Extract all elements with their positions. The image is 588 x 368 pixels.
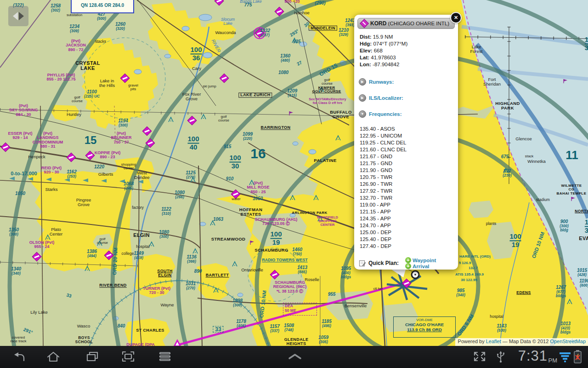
popup-tail: [389, 268, 407, 278]
quick-plan-label: Quick Plan:: [368, 260, 399, 266]
collapse-icon: ▼: [359, 110, 366, 118]
popup-header: KORD (CHICAGO OHARE INTL): [357, 18, 455, 29]
action-label: Waypoint: [413, 258, 436, 263]
vor-type: VOR-DME: [394, 318, 455, 322]
action-label: Arrival: [413, 264, 429, 269]
section-toggle-runways[interactable]: ▶Runways:: [359, 78, 394, 86]
airport-symbol[interactable]: [67, 153, 76, 162]
quick-plan-bar: Quick Plan: +Waypoint+Arrival: [359, 257, 436, 269]
dea-line1: DEA: [285, 304, 315, 308]
vor-name: CHICAGO O'HARE: [394, 322, 455, 327]
airport-symbol[interactable]: [220, 74, 229, 83]
frequency-row: 125.40 - DEP: [360, 236, 407, 243]
usb-icon: [493, 350, 508, 364]
frequency-row: 124.70 - APP: [360, 223, 407, 230]
menu-button[interactable]: [158, 350, 172, 364]
clock-meridiem: PM: [548, 357, 558, 364]
vor-info-box: VOR-DME CHICAGO O'HARE 113.9 Ch 86 ORD: [393, 316, 456, 338]
expand-notifications-chevron[interactable]: [286, 350, 304, 364]
attribution-middle: — Map Data © 2012: [503, 339, 548, 344]
recent-apps-button[interactable]: [85, 350, 100, 364]
leaflet-link[interactable]: Leaflet: [486, 339, 501, 344]
airport-symbol[interactable]: [1, 143, 10, 152]
wifi-signal-icon: [560, 351, 571, 362]
frequency-row: 122.95 - UNICOM: [360, 133, 407, 140]
attribution-text: Powered by: [458, 339, 485, 344]
notepad-icon: [359, 259, 366, 267]
chevron-left-icon: [13, 12, 18, 20]
frequency-row: 127.40 - DEP: [360, 243, 407, 250]
section-label: ILS/Localizer:: [369, 95, 403, 101]
airport-info-list: Dist: 15.9 NMHdg: 074°T (077°M)Elev: 668…: [360, 34, 407, 69]
frequency-row: 126.90 - TWR: [360, 181, 407, 188]
screenshot-button[interactable]: [121, 350, 136, 364]
airport-symbol[interactable]: [254, 28, 265, 39]
frequency-row: 132.70 - TWR: [360, 195, 407, 202]
airport-info-popup: KORD (CHICAGO OHARE INTL) ✕ Dist: 15.9 N…: [354, 15, 458, 270]
map-canvas[interactable]: (322)1258(302)427(500)1234(309)1260(320)…: [0, 0, 588, 346]
section-label: Frequencies:: [369, 111, 402, 117]
clock[interactable]: 7:31: [518, 348, 548, 364]
airport-symbol[interactable]: [85, 151, 95, 160]
back-button[interactable]: [12, 350, 27, 364]
home-button[interactable]: [46, 350, 61, 364]
section-toggle-frequencies[interactable]: ▼Frequencies:: [359, 110, 402, 118]
info-row: Dist: 15.9 NM: [360, 34, 407, 41]
chevron-right-icon: [19, 12, 24, 20]
popup-title: KORD (CHICAGO OHARE INTL): [370, 20, 449, 27]
quick-plan-waypoint-button[interactable]: +Waypoint: [405, 257, 436, 263]
dea-box: DEA 50 ME: [283, 303, 317, 316]
frequency-row: 121.75 - GND: [360, 161, 407, 167]
frequency-box: QN 128.45 OR 284.0: [71, 0, 134, 13]
info-row: Hdg: 074°T (077°M): [360, 41, 407, 48]
map-attribution: Powered by Leaflet — Map Data © 2012 Ope…: [455, 338, 588, 346]
fullscreen-button[interactable]: [472, 350, 487, 364]
frequency-row: 119.25 - CLNC DEL: [360, 140, 407, 147]
frequency-row: 135.40 - ASOS: [360, 126, 407, 133]
frequency-row: 124.35 - APP: [360, 216, 407, 223]
quick-plan-arrival-button[interactable]: +Arrival: [405, 263, 436, 269]
frequency-row: 121.90 - GND: [360, 167, 407, 174]
plus-icon: +: [405, 257, 411, 263]
frequency-row: 121.15 - APP: [360, 209, 407, 216]
info-row: Elev: 668: [360, 48, 407, 55]
frequency-row: 119.00 - APP: [360, 202, 407, 209]
expand-icon: ▶: [359, 94, 366, 102]
quick-plan-actions: +Waypoint+Arrival: [401, 257, 436, 269]
map-basemap: [0, 0, 588, 346]
vor-freq: 113.9 Ch 86 ORD: [394, 327, 455, 332]
frequency-list: 135.40 - ASOS122.95 - UNICOM119.25 - CLN…: [360, 126, 407, 250]
airport-diamond-icon: [360, 19, 369, 28]
airport-symbol[interactable]: [32, 252, 41, 261]
frequency-row: 121.60 - CLNC DEL: [360, 147, 407, 154]
frequency-row: 121.67 - GND: [360, 154, 407, 161]
section-toggle-ilslocalizer[interactable]: ▶ILS/Localizer:: [359, 94, 403, 102]
screen: (322)1258(302)427(500)1234(309)1260(320)…: [0, 0, 588, 368]
info-row: Lon: -87.904842: [360, 62, 407, 69]
dea-line2: 50 ME: [285, 308, 315, 313]
airport-symbol[interactable]: [187, 116, 197, 125]
battery-status-icon: [574, 350, 582, 363]
expand-icon: ▶: [359, 78, 366, 86]
section-label: Runways:: [369, 79, 394, 85]
plus-icon: +: [405, 263, 411, 269]
drawer-handle[interactable]: [8, 6, 28, 26]
airport-symbol[interactable]: [142, 126, 152, 136]
info-row: Lat: 41.978603: [360, 55, 407, 62]
openstreetmap-link[interactable]: OpenStreetMap: [550, 339, 586, 344]
system-navigation-bar: 7:31 PM: [0, 346, 588, 368]
frequency-row: 127.92 - TWR: [360, 188, 407, 195]
airport-symbol[interactable]: [215, 0, 224, 6]
frequency-row: 125.00 - DEP: [360, 230, 407, 236]
frequency-row: 120.75 - TWR: [360, 174, 407, 181]
close-button[interactable]: ✕: [450, 12, 462, 23]
